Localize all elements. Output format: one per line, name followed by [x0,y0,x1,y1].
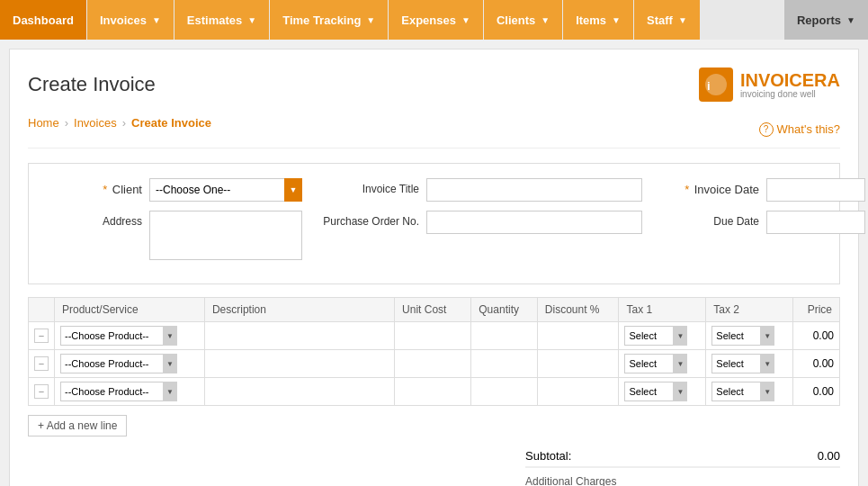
help-icon: ? [759,122,774,137]
tax1-select-1[interactable]: Select [624,354,687,374]
invoice-title-input[interactable] [426,178,642,202]
nav-staff[interactable]: Staff ▼ [634,0,700,40]
invoicera-logo-svg: i [703,72,729,97]
remove-row-2[interactable]: − [34,384,49,399]
breadcrumb: Home › Invoices › Create Invoice [28,116,211,130]
po-label: Purchase Order No. [320,211,419,228]
help-text[interactable]: What's this? [777,122,840,136]
subtotal-row: Subtotal: 0.00 [525,446,840,467]
help-link[interactable]: ? What's this? [759,122,840,137]
breadcrumb-sep1: › [65,116,68,130]
reports-arrow: ▼ [846,15,855,25]
breadcrumb-current: Create Invoice [131,116,211,130]
invoices-arrow: ▼ [152,15,161,25]
breadcrumb-invoices[interactable]: Invoices [74,116,117,130]
col-discount: Discount % [537,298,619,322]
tax2-select-2[interactable]: Select [711,382,774,401]
tax1-wrap-1[interactable]: Select [624,354,687,374]
invoice-date-label: * Invoice Date [660,178,759,196]
quantity-input-2[interactable] [477,385,522,399]
items-arrow: ▼ [612,15,621,25]
client-label: * Client [43,178,142,196]
product-select-0[interactable]: --Choose Product-- [60,326,177,346]
product-select-1[interactable]: --Choose Product-- [60,354,177,374]
nav-time-tracking[interactable]: Time Tracking ▼ [270,0,388,40]
nav-clients[interactable]: Clients ▼ [484,0,562,40]
product-select-wrap-0[interactable]: --Choose Product-- [60,326,177,346]
discount-input-1[interactable] [543,357,597,371]
discount-input-2[interactable] [543,385,597,399]
nav-items[interactable]: Items ▼ [563,0,633,40]
invoice-date-input[interactable]: 2010-01-14 [766,178,865,202]
tax2-select-0[interactable]: Select [711,326,774,346]
due-date-input[interactable] [766,211,865,234]
table-row: − --Choose Product-- [29,322,840,350]
time-tracking-arrow: ▼ [366,15,375,25]
price-cell-0: 0.00 [793,322,840,350]
tax2-select-1[interactable]: Select [711,354,774,374]
quantity-input-1[interactable] [477,357,522,371]
additional-charges-label: Additional Charges [525,475,840,486]
unit-cost-input-1[interactable] [400,357,454,371]
quantity-input-0[interactable] [477,329,522,343]
remove-row-1[interactable]: − [34,356,49,371]
add-line-button[interactable]: + Add a new line [28,415,127,436]
tax1-wrap-0[interactable]: Select [624,326,687,346]
clients-arrow: ▼ [541,15,550,25]
description-input-0[interactable] [210,329,389,343]
col-description: Description [204,298,394,322]
price-cell-2: 0.00 [793,378,840,406]
expenses-arrow: ▼ [461,15,470,25]
logo-name: INVOICERA [740,70,840,90]
logo-icon: i [699,68,733,102]
tax1-select-0[interactable]: Select [624,326,687,346]
unit-cost-input-2[interactable] [400,385,454,399]
client-select-wrap[interactable]: --Choose One-- [149,178,302,202]
nav-reports[interactable]: Reports ▼ [784,0,868,40]
nav-estimates[interactable]: Estimates ▼ [174,0,269,40]
logo-tagline: invoicing done well [740,89,840,99]
table-row: − --Choose Product-- [29,350,840,378]
main-nav: Dashboard Invoices ▼ Estimates ▼ Time Tr… [0,0,868,40]
col-price: Price [793,298,840,322]
po-input[interactable] [426,211,642,234]
col-tax1: Tax 1 [619,298,706,322]
col-remove [29,298,55,322]
subtotal-label: Subtotal: [525,449,571,463]
discount-input-0[interactable] [543,329,597,343]
subtotal-value: 0.00 [818,449,840,463]
address-label: Address [43,211,142,228]
due-date-label: Due Date [660,211,759,228]
breadcrumb-sep2: › [122,116,126,130]
nav-expenses[interactable]: Expenses ▼ [389,0,483,40]
product-select-wrap-1[interactable]: --Choose Product-- [60,354,177,374]
address-input[interactable] [149,211,302,260]
estimates-arrow: ▼ [247,15,256,25]
tax2-wrap-0[interactable]: Select [711,326,774,346]
nav-dashboard[interactable]: Dashboard [0,0,86,40]
col-product: Product/Service [55,298,205,322]
client-select[interactable]: --Choose One-- [149,178,302,202]
tax1-wrap-2[interactable]: Select [624,382,687,401]
col-unit-cost: Unit Cost [395,298,471,322]
tax2-wrap-2[interactable]: Select [711,382,774,401]
totals-panel: Subtotal: 0.00 Additional Charges --Choo… [525,446,840,486]
col-quantity: Quantity [471,298,538,322]
items-table: Product/Service Description Unit Cost Qu… [28,297,840,406]
svg-text:i: i [707,79,711,93]
tax2-wrap-1[interactable]: Select [711,354,774,374]
product-select-2[interactable]: --Choose Product-- [60,382,177,401]
tax1-select-2[interactable]: Select [624,382,687,401]
breadcrumb-home[interactable]: Home [28,116,59,130]
description-input-2[interactable] [210,385,389,399]
description-input-1[interactable] [210,357,389,371]
product-select-wrap-2[interactable]: --Choose Product-- [60,382,177,401]
nav-invoices[interactable]: Invoices ▼ [87,0,174,40]
page-title: Create Invoice [28,73,156,96]
price-cell-1: 0.00 [793,350,840,378]
additional-charges-section: Additional Charges --Choose-- + [525,467,840,486]
unit-cost-input-0[interactable] [400,329,454,343]
remove-row-0[interactable]: − [34,328,49,343]
table-row: − --Choose Product-- [29,378,840,406]
logo-area: i INVOICERA invoicing done well [699,68,840,102]
